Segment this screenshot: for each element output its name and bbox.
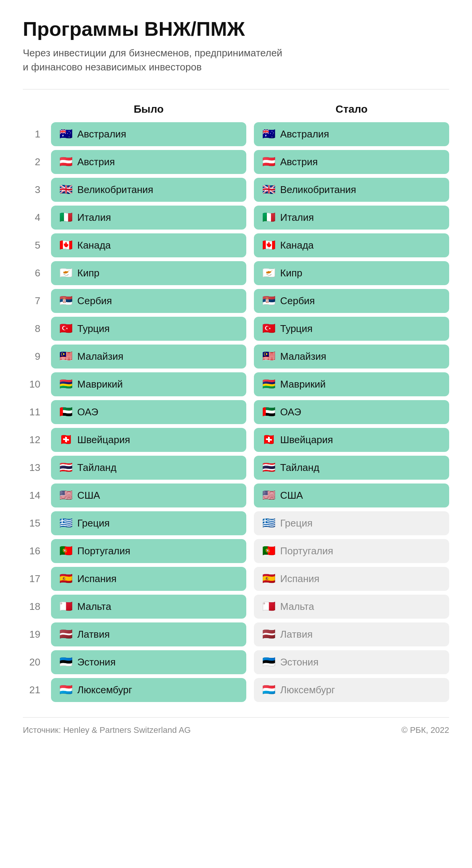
- country-name-left: Португалия: [77, 545, 130, 557]
- country-pill-right: 🇱🇻Латвия: [254, 622, 449, 646]
- country-pill-left: 🇲🇾Малайзия: [51, 345, 246, 369]
- country-name-left: ОАЭ: [77, 406, 98, 418]
- flag-icon: 🇪🇪: [59, 657, 73, 667]
- flag-icon: 🇪🇪: [262, 657, 276, 667]
- row-number: 15: [23, 517, 43, 529]
- table-row: 20🇪🇪Эстония🇪🇪Эстония: [23, 650, 449, 674]
- table-row: 15🇬🇷Греция🇬🇷Греция: [23, 511, 449, 535]
- country-name-right: Италия: [280, 212, 314, 223]
- country-pill-right: 🇹🇷Турция: [254, 317, 449, 341]
- table-row: 2🇦🇹Австрия🇦🇹Австрия: [23, 150, 449, 174]
- row-number: 11: [23, 406, 43, 418]
- row-number: 19: [23, 629, 43, 640]
- row-number: 2: [23, 156, 43, 168]
- country-name-right: Латвия: [280, 629, 313, 640]
- country-pill-right: 🇱🇺Люксембург: [254, 678, 449, 702]
- flag-icon: 🇬🇷: [59, 518, 73, 528]
- country-name-right: Австрия: [280, 156, 318, 168]
- flag-icon: 🇷🇸: [262, 295, 276, 306]
- flag-icon: 🇦🇪: [262, 407, 276, 417]
- country-pill-left: 🇷🇸Сербия: [51, 289, 246, 313]
- country-name-left: Австрия: [77, 156, 115, 168]
- country-name-left: Канада: [77, 239, 111, 251]
- country-pill-left: 🇦🇺Австралия: [51, 122, 246, 146]
- flag-icon: 🇹🇷: [59, 323, 73, 334]
- country-pill-right: 🇨🇦Канада: [254, 233, 449, 257]
- country-name-left: Италия: [77, 212, 111, 223]
- row-number: 21: [23, 684, 43, 696]
- country-pill-right: 🇨🇭Швейцария: [254, 428, 449, 452]
- footer-copyright: © РБК, 2022: [402, 725, 449, 735]
- flag-icon: 🇮🇹: [262, 212, 276, 223]
- row-number: 8: [23, 323, 43, 335]
- row-number: 5: [23, 239, 43, 251]
- country-pill-right: 🇪🇪Эстония: [254, 650, 449, 674]
- country-name-right: США: [280, 490, 303, 501]
- row-number: 17: [23, 573, 43, 585]
- flag-icon: 🇲🇹: [262, 601, 276, 612]
- country-pill-left: 🇬🇧Великобритания: [51, 178, 246, 202]
- country-name-left: Испания: [77, 573, 116, 585]
- flag-icon: 🇦🇺: [59, 129, 73, 139]
- flag-icon: 🇵🇹: [59, 546, 73, 556]
- flag-icon: 🇷🇸: [59, 295, 73, 306]
- country-name-left: Швейцария: [77, 434, 130, 446]
- country-name-right: Малайзия: [280, 351, 326, 362]
- table-row: 21🇱🇺Люксембург🇱🇺Люксембург: [23, 678, 449, 702]
- flag-icon: 🇬🇧: [262, 184, 276, 195]
- country-name-left: Великобритания: [77, 184, 153, 196]
- page-subtitle: Через инвестиции для бизнесменов, предпр…: [23, 46, 289, 74]
- country-name-right: Тайланд: [280, 462, 319, 474]
- row-number: 16: [23, 545, 43, 557]
- table-row: 12🇨🇭Швейцария🇨🇭Швейцария: [23, 428, 449, 452]
- country-pill-right: 🇷🇸Сербия: [254, 289, 449, 313]
- country-pill-left: 🇺🇸США: [51, 483, 246, 507]
- country-pill-left: 🇬🇷Греция: [51, 511, 246, 535]
- row-number: 20: [23, 656, 43, 668]
- country-name-right: Швейцария: [280, 434, 333, 446]
- country-name-right: Турция: [280, 323, 313, 335]
- row-number: 3: [23, 184, 43, 196]
- country-pill-left: 🇨🇾Кипр: [51, 261, 246, 285]
- flag-icon: 🇱🇻: [59, 629, 73, 640]
- country-name-right: Португалия: [280, 545, 333, 557]
- page-title: Программы ВНЖ/ПМЖ: [23, 18, 449, 40]
- table-row: 17🇪🇸Испания🇪🇸Испания: [23, 567, 449, 591]
- row-number: 1: [23, 128, 43, 140]
- footer-source: Источник: Henley & Partners Switzerland …: [23, 725, 191, 735]
- flag-icon: 🇨🇾: [59, 268, 73, 278]
- country-pill-left: 🇱🇺Люксембург: [51, 678, 246, 702]
- country-name-left: США: [77, 490, 100, 501]
- footer: Источник: Henley & Partners Switzerland …: [23, 717, 449, 735]
- country-name-right: Великобритания: [280, 184, 356, 196]
- row-number: 6: [23, 267, 43, 279]
- country-pill-right: 🇲🇾Малайзия: [254, 345, 449, 369]
- flag-icon: 🇨🇭: [262, 434, 276, 445]
- flag-icon: 🇬🇧: [59, 184, 73, 195]
- country-name-right: Мальта: [280, 601, 314, 613]
- row-number: 7: [23, 295, 43, 307]
- flag-icon: 🇹🇭: [262, 462, 276, 473]
- flag-icon: 🇹🇭: [59, 462, 73, 473]
- table-row: 19🇱🇻Латвия🇱🇻Латвия: [23, 622, 449, 646]
- country-pill-left: 🇲🇹Мальта: [51, 595, 246, 619]
- flag-icon: 🇺🇸: [59, 490, 73, 501]
- country-name-left: Люксембург: [77, 684, 132, 696]
- flag-icon: 🇲🇾: [59, 351, 73, 362]
- country-pill-left: 🇦🇹Австрия: [51, 150, 246, 174]
- table-row: 11🇦🇪ОАЭ🇦🇪ОАЭ: [23, 400, 449, 424]
- flag-icon: 🇨🇦: [59, 240, 73, 251]
- country-pill-left: 🇲🇺Маврикий: [51, 372, 246, 396]
- flag-icon: 🇬🇷: [262, 518, 276, 528]
- flag-icon: 🇮🇹: [59, 212, 73, 223]
- flag-icon: 🇦🇪: [59, 407, 73, 417]
- table-row: 6🇨🇾Кипр🇨🇾Кипр: [23, 261, 449, 285]
- country-name-left: Мальта: [77, 601, 111, 613]
- country-name-right: Люксембург: [280, 684, 335, 696]
- flag-icon: 🇨🇭: [59, 434, 73, 445]
- table-row: 1🇦🇺Австралия🇦🇺Австралия: [23, 122, 449, 146]
- country-pill-right: 🇬🇧Великобритания: [254, 178, 449, 202]
- col-right-header: Стало: [254, 103, 449, 115]
- country-pill-right: 🇨🇾Кипр: [254, 261, 449, 285]
- flag-icon: 🇺🇸: [262, 490, 276, 501]
